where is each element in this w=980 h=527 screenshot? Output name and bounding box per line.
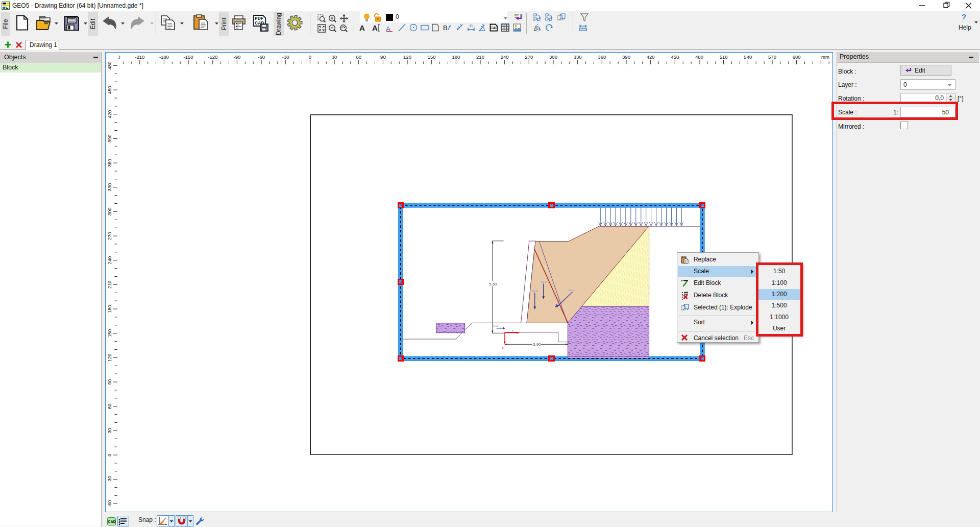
svg-text:300: 300 xyxy=(549,54,557,60)
svg-text:210: 210 xyxy=(476,54,484,60)
svg-text:360: 360 xyxy=(107,159,112,167)
svg-text:-60: -60 xyxy=(107,500,112,507)
svg-text:450: 450 xyxy=(107,86,112,94)
svg-text:270: 270 xyxy=(525,54,533,60)
svg-text:30: 30 xyxy=(107,428,112,434)
svg-text:-210: -210 xyxy=(135,54,144,60)
svg-text:390: 390 xyxy=(622,54,630,60)
svg-text:CAD: CAD xyxy=(491,26,498,30)
svg-text:360: 360 xyxy=(598,54,606,60)
svg-text:30: 30 xyxy=(332,54,337,60)
svg-text:150: 150 xyxy=(107,329,112,338)
svg-text:0: 0 xyxy=(107,453,112,456)
svg-text:330: 330 xyxy=(574,54,582,60)
svg-text:-30: -30 xyxy=(282,54,289,60)
svg-text:18,30: 18,30 xyxy=(493,325,499,327)
svg-text:180: 180 xyxy=(107,305,112,313)
svg-text:11: 11 xyxy=(469,23,473,28)
svg-text:CAD: CAD xyxy=(108,519,116,524)
svg-text:570: 570 xyxy=(768,54,776,60)
svg-text:A: A xyxy=(372,23,378,32)
svg-text:150: 150 xyxy=(428,54,436,60)
svg-text:120: 120 xyxy=(107,353,112,362)
svg-text:420: 420 xyxy=(647,54,655,60)
svg-text:390: 390 xyxy=(107,134,112,142)
svg-text:450: 450 xyxy=(671,54,679,60)
svg-text:510: 510 xyxy=(720,54,728,60)
svg-text:240: 240 xyxy=(107,256,112,265)
svg-text:270: 270 xyxy=(107,232,112,240)
svg-text:B: B xyxy=(443,24,448,32)
svg-text:120: 120 xyxy=(403,54,411,60)
svg-text:210: 210 xyxy=(107,280,112,289)
svg-text:-90: -90 xyxy=(234,54,241,60)
svg-text:600: 600 xyxy=(793,54,801,60)
svg-text:330: 330 xyxy=(107,183,112,191)
svg-text:A: A xyxy=(359,23,365,32)
svg-text:-120: -120 xyxy=(208,54,217,60)
svg-text:60: 60 xyxy=(107,403,112,409)
svg-text:180: 180 xyxy=(452,54,460,60)
svg-text:-30: -30 xyxy=(107,476,112,483)
svg-text:420: 420 xyxy=(107,110,112,118)
svg-text:173,00: 173,00 xyxy=(568,289,574,292)
svg-text:300: 300 xyxy=(107,207,112,215)
svg-text:98,3: 98,3 xyxy=(558,299,562,302)
svg-text:480: 480 xyxy=(695,54,703,60)
svg-text:480: 480 xyxy=(107,61,112,69)
svg-text:-60: -60 xyxy=(258,54,265,60)
svg-text:0: 0 xyxy=(309,54,311,60)
svg-text:540: 540 xyxy=(744,54,752,60)
svg-text:240: 240 xyxy=(501,54,509,60)
svg-text:5,60: 5,60 xyxy=(489,282,497,286)
svg-text:101,76: 101,76 xyxy=(541,281,547,283)
svg-text:mm: mm xyxy=(821,54,829,60)
svg-text:3,90: 3,90 xyxy=(533,342,541,347)
svg-text:90: 90 xyxy=(380,54,386,60)
svg-text:-150: -150 xyxy=(184,54,193,60)
svg-text:90: 90 xyxy=(107,379,112,385)
svg-text:113,80: 113,80 xyxy=(532,290,538,292)
svg-text:60: 60 xyxy=(356,54,361,60)
svg-text:-180: -180 xyxy=(159,54,169,60)
